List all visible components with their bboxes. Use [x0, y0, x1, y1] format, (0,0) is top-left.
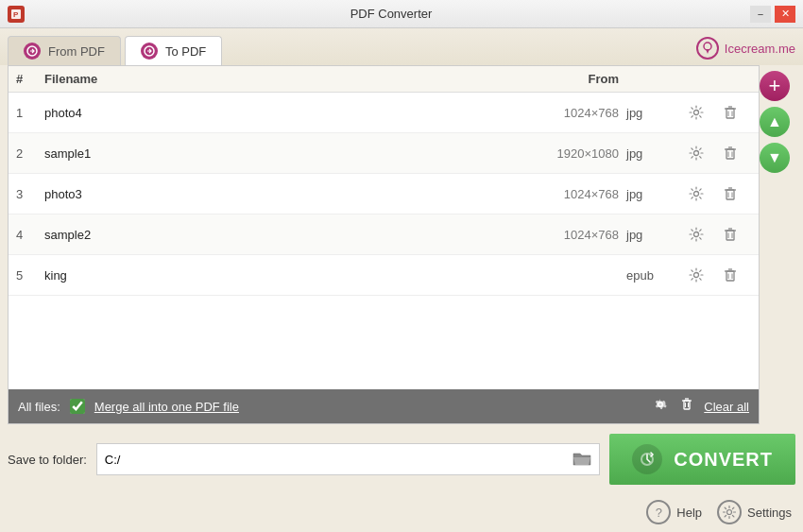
- row-delete-button[interactable]: [717, 221, 743, 248]
- save-to-folder-label: Save to folder:: [8, 453, 87, 467]
- to-pdf-icon: [141, 43, 158, 60]
- col-from: From: [494, 72, 626, 86]
- col-format: [626, 72, 683, 86]
- row-dimensions: 1024×768: [494, 106, 626, 120]
- row-dimensions: 1024×768: [494, 228, 626, 242]
- help-label: Help: [676, 506, 702, 520]
- convert-label: CONVERT: [674, 449, 773, 471]
- svg-point-17: [694, 192, 699, 197]
- row-filename: sample2: [44, 228, 494, 242]
- tab-bar: From PDF To PDF Icecream.me: [0, 28, 803, 65]
- from-pdf-label: From PDF: [48, 44, 105, 59]
- window-controls: − ✕: [750, 6, 795, 23]
- row-num: 1: [16, 106, 44, 120]
- folder-input-wrap: [96, 443, 600, 475]
- file-table: # Filename From 1 photo4 1024×768 jpg: [8, 65, 760, 424]
- table-row: 3 photo3 1024×768 jpg: [9, 174, 759, 215]
- title-bar: P PDF Converter − ✕: [0, 0, 803, 28]
- merge-checkbox[interactable]: [70, 399, 85, 414]
- settings-button[interactable]: Settings: [717, 500, 792, 524]
- row-delete-button[interactable]: [717, 140, 743, 166]
- svg-point-11: [694, 151, 699, 156]
- table-row: 2 sample1 1920×1080 jpg: [9, 133, 759, 174]
- footer-trash-button[interactable]: [677, 395, 696, 418]
- table-row: 1 photo4 1024×768 jpg: [9, 93, 759, 133]
- move-up-button[interactable]: ▲: [760, 107, 790, 137]
- convert-button[interactable]: CONVERT: [609, 434, 795, 485]
- bottom-row: ? Help Settings: [0, 494, 803, 532]
- settings-icon: [717, 500, 742, 524]
- svg-rect-18: [726, 190, 734, 199]
- row-delete-button[interactable]: [717, 262, 743, 288]
- row-format: jpg: [626, 106, 683, 120]
- table-row: 4 sample2 1024×768 jpg: [9, 215, 759, 255]
- side-panel: + ▲ ▼: [760, 65, 795, 424]
- row-delete-button[interactable]: [717, 180, 743, 207]
- row-filename: king: [44, 268, 494, 283]
- svg-text:P: P: [13, 10, 19, 19]
- row-format: jpg: [626, 228, 683, 242]
- clear-all-label[interactable]: Clear all: [704, 400, 749, 414]
- svg-point-5: [694, 111, 699, 115]
- convert-icon: [632, 444, 662, 474]
- svg-rect-35: [684, 401, 690, 409]
- svg-rect-30: [726, 271, 734, 281]
- merge-link[interactable]: Merge all into one PDF file: [94, 400, 239, 414]
- footer-bar: All files: Merge all into one PDF file: [9, 389, 759, 423]
- close-button[interactable]: ✕: [775, 6, 795, 23]
- tab-from-pdf[interactable]: From PDF: [8, 36, 121, 65]
- app-icon: P: [8, 6, 25, 23]
- row-delete-button[interactable]: [717, 99, 743, 126]
- row-filename: photo3: [44, 187, 494, 201]
- row-filename: photo4: [44, 106, 494, 120]
- help-button[interactable]: ? Help: [646, 500, 702, 524]
- table-row: 5 king epub: [9, 255, 759, 296]
- row-num: 2: [16, 146, 44, 161]
- table-header: # Filename From: [9, 66, 759, 93]
- row-settings-button[interactable]: [683, 180, 709, 207]
- col-num: #: [16, 72, 44, 86]
- row-settings-button[interactable]: [683, 221, 709, 248]
- row-format: jpg: [626, 187, 683, 201]
- row-settings-button[interactable]: [683, 140, 709, 166]
- table-body: 1 photo4 1024×768 jpg 2: [9, 93, 759, 389]
- branding-area: Icecream.me: [696, 37, 795, 65]
- row-settings-button[interactable]: [683, 99, 709, 126]
- footer-settings-button[interactable]: [651, 395, 670, 418]
- content-area: # Filename From 1 photo4 1024×768 jpg: [8, 65, 795, 424]
- add-file-button[interactable]: +: [760, 71, 790, 101]
- row-dimensions: 1024×768: [494, 187, 626, 201]
- branding-label: Icecream.me: [725, 42, 795, 56]
- all-files-label: All files:: [18, 400, 60, 414]
- row-format: epub: [626, 268, 683, 283]
- row-num: 4: [16, 228, 44, 242]
- tab-to-pdf[interactable]: To PDF: [125, 36, 222, 65]
- help-icon: ?: [646, 500, 671, 524]
- svg-rect-12: [726, 149, 734, 159]
- row-num: 3: [16, 187, 44, 201]
- window-title: PDF Converter: [32, 7, 750, 21]
- svg-point-23: [694, 232, 699, 237]
- svg-point-4: [704, 43, 711, 50]
- footer-bar-right: Clear all: [651, 395, 749, 418]
- save-row: Save to folder: CONVERT: [0, 424, 803, 494]
- col-filename: Filename: [44, 72, 494, 86]
- to-pdf-label: To PDF: [165, 44, 206, 59]
- row-dimensions: 1920×1080: [494, 146, 626, 161]
- svg-point-29: [694, 273, 699, 278]
- from-pdf-icon: [24, 43, 41, 60]
- svg-rect-6: [726, 109, 734, 118]
- browse-folder-button[interactable]: [572, 451, 591, 468]
- move-down-button[interactable]: ▼: [760, 143, 790, 173]
- row-format: jpg: [626, 146, 683, 161]
- icecream-icon: [696, 37, 719, 60]
- row-filename: sample1: [44, 146, 494, 161]
- settings-label: Settings: [747, 506, 792, 520]
- svg-rect-24: [726, 231, 734, 240]
- row-num: 5: [16, 268, 44, 283]
- svg-point-40: [727, 510, 732, 515]
- minimize-button[interactable]: −: [750, 6, 771, 23]
- row-settings-button[interactable]: [683, 262, 709, 288]
- folder-input[interactable]: [105, 453, 572, 467]
